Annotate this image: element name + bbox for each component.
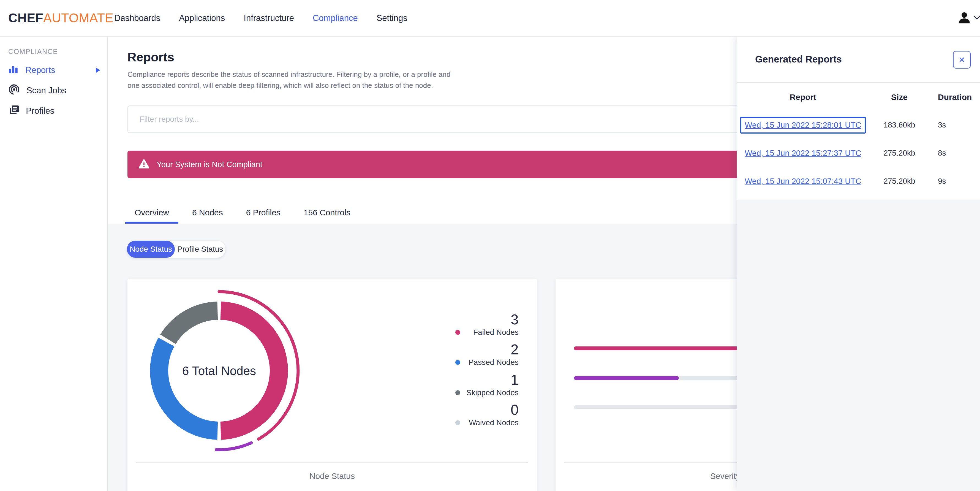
nav-infrastructure[interactable]: Infrastructure bbox=[243, 13, 294, 23]
report-link[interactable]: Wed, 15 Jun 2022 15:27:37 UTC bbox=[745, 149, 861, 158]
table-row: Wed, 15 Jun 2022 15:28:01 UTC 183.60kb 3… bbox=[737, 119, 980, 131]
sidebar-item-label: Profiles bbox=[26, 106, 54, 116]
submenu-arrow-icon bbox=[96, 67, 100, 73]
waived-label: Waived Nodes bbox=[469, 418, 519, 427]
failed-label: Failed Nodes bbox=[473, 328, 519, 336]
sidebar-item-profiles[interactable]: Profiles bbox=[0, 104, 108, 118]
report-size: 275.20kb bbox=[864, 149, 935, 158]
banner-text: Your System is Not Compliant bbox=[157, 160, 262, 169]
sidebar: COMPLIANCE Reports Scan Jobs bbox=[0, 37, 108, 491]
sidebar-item-label: Reports bbox=[25, 65, 55, 75]
chevron-down-icon bbox=[974, 16, 980, 21]
report-link[interactable]: Wed, 15 Jun 2022 15:07:43 UTC bbox=[745, 177, 861, 186]
passed-label: Passed Nodes bbox=[469, 358, 519, 367]
legend-item-waived: 0 Waived Nodes bbox=[455, 402, 519, 427]
table-row: Wed, 15 Jun 2022 15:07:43 UTC 275.20kb 9… bbox=[737, 175, 980, 187]
user-menu-button[interactable] bbox=[958, 11, 980, 26]
profiles-document-icon bbox=[8, 104, 19, 118]
table-row: Wed, 15 Jun 2022 15:27:37 UTC 275.20kb 8… bbox=[737, 147, 980, 159]
failed-count: 3 bbox=[455, 312, 519, 327]
sidebar-item-scan-jobs[interactable]: Scan Jobs bbox=[0, 83, 108, 98]
tab-overview[interactable]: Overview bbox=[125, 201, 178, 223]
report-link[interactable]: Wed, 15 Jun 2022 15:28:01 UTC bbox=[745, 121, 861, 129]
report-duration: 3s bbox=[935, 121, 980, 129]
legend-item-skipped: 1 Skipped Nodes bbox=[455, 372, 519, 397]
report-tabs: Overview 6 Nodes 6 Profiles 156 Controls bbox=[125, 201, 360, 223]
toggle-node-status[interactable]: Node Status bbox=[127, 241, 175, 258]
report-duration: 9s bbox=[935, 177, 980, 186]
selected-report-focus-ring: Wed, 15 Jun 2022 15:28:01 UTC bbox=[740, 117, 865, 134]
chef-automate-logo[interactable]: CHEFAUTOMATE bbox=[8, 10, 114, 26]
warning-triangle-icon bbox=[138, 159, 150, 170]
primary-nav: Dashboards Applications Infrastructure C… bbox=[114, 0, 407, 36]
passed-dot-icon bbox=[455, 360, 460, 365]
panel-title: Generated Reports bbox=[755, 54, 842, 65]
report-size: 183.60kb bbox=[864, 121, 935, 129]
user-avatar-icon bbox=[958, 11, 971, 26]
donut-total-label: 6 Total Nodes bbox=[170, 364, 268, 378]
waived-dot-icon bbox=[455, 420, 460, 425]
skipped-dot-icon bbox=[455, 390, 460, 395]
nav-compliance[interactable]: Compliance bbox=[313, 13, 358, 23]
page-title: Reports bbox=[127, 50, 174, 64]
skipped-label: Skipped Nodes bbox=[466, 388, 519, 397]
nav-applications[interactable]: Applications bbox=[179, 13, 225, 23]
nav-dashboards[interactable]: Dashboards bbox=[114, 13, 160, 23]
reports-table-header: Report Size Duration bbox=[737, 91, 980, 103]
sidebar-item-label: Scan Jobs bbox=[26, 86, 66, 96]
panel-header-divider bbox=[737, 82, 980, 83]
tab-nodes[interactable]: 6 Nodes bbox=[183, 201, 232, 223]
top-navbar: CHEFAUTOMATE Dashboards Applications Inf… bbox=[0, 0, 980, 37]
column-header-duration: Duration bbox=[935, 92, 980, 102]
legend-item-failed: 3 Failed Nodes bbox=[455, 312, 519, 336]
tab-controls[interactable]: 156 Controls bbox=[294, 201, 360, 223]
generated-reports-panel: Generated Reports ✕ Report Size Duration… bbox=[737, 37, 980, 491]
close-icon: ✕ bbox=[959, 55, 965, 64]
toggle-profile-status[interactable]: Profile Status bbox=[175, 241, 226, 258]
close-panel-button[interactable]: ✕ bbox=[953, 51, 970, 69]
column-header-report: Report bbox=[743, 92, 864, 102]
tab-profiles[interactable]: 6 Profiles bbox=[237, 201, 290, 223]
nav-settings[interactable]: Settings bbox=[377, 13, 407, 23]
sidebar-section-label: COMPLIANCE bbox=[8, 48, 58, 56]
app-root: CHEFAUTOMATE Dashboards Applications Inf… bbox=[0, 0, 980, 491]
passed-count: 2 bbox=[455, 342, 519, 357]
scan-target-icon bbox=[8, 84, 20, 97]
page-description: Compliance reports describe the status o… bbox=[127, 69, 450, 91]
logo-chef: CHEF bbox=[8, 11, 43, 25]
failed-dot-icon bbox=[455, 330, 460, 335]
waived-count: 0 bbox=[455, 402, 519, 418]
severity-bar-major-fill bbox=[574, 376, 679, 380]
node-status-card-footer: Node Status bbox=[127, 472, 537, 481]
report-size: 275.20kb bbox=[864, 177, 935, 186]
skipped-count: 1 bbox=[455, 372, 519, 387]
report-duration: 8s bbox=[935, 149, 980, 158]
column-header-size: Size bbox=[864, 92, 935, 102]
sidebar-item-reports[interactable]: Reports bbox=[0, 63, 108, 77]
status-toggle: Node Status Profile Status bbox=[127, 241, 226, 258]
page-description-line1: Compliance reports describe the status o… bbox=[127, 69, 450, 80]
logo-automate: AUTOMATE bbox=[43, 11, 113, 25]
page-description-line2: one associated control, will enable deep… bbox=[127, 80, 450, 91]
bar-chart-icon bbox=[8, 64, 19, 77]
legend-item-passed: 2 Passed Nodes bbox=[455, 342, 519, 367]
node-status-card: 6 Total Nodes 3 Failed Nodes 2 Passed No… bbox=[127, 279, 537, 491]
card-footer-divider bbox=[136, 462, 528, 462]
